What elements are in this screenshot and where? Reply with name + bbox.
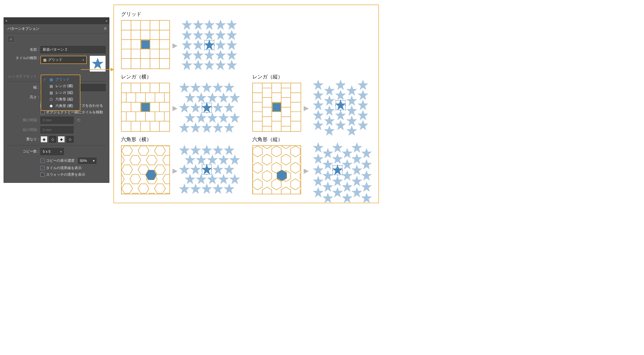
example-title-hex-h: 六角形（横） xyxy=(121,136,240,143)
svg-marker-89 xyxy=(201,164,212,174)
svg-marker-20 xyxy=(226,50,237,60)
svg-marker-55 xyxy=(313,120,324,130)
svg-marker-81 xyxy=(224,145,235,155)
svg-marker-44 xyxy=(218,113,229,123)
name-input[interactable]: 新規パターン 2 xyxy=(40,46,106,53)
tile-edit-tool-button[interactable]: ⤢ xyxy=(7,36,14,43)
svg-marker-53 xyxy=(313,100,324,110)
overlap-bottom-front-button[interactable]: ◇ xyxy=(66,136,74,143)
svg-marker-38 xyxy=(201,102,212,113)
svg-marker-64 xyxy=(335,110,346,120)
svg-marker-8 xyxy=(204,30,215,40)
brick-h-result xyxy=(181,82,240,133)
dropdown-item-label: 六角形 (横) xyxy=(55,104,73,108)
arrow-right-icon: ▶ xyxy=(172,104,179,110)
svg-marker-22 xyxy=(193,60,203,70)
dim-copies-percent-select[interactable]: 50%▾ xyxy=(78,158,96,164)
svg-marker-79 xyxy=(201,145,212,155)
svg-marker-19 xyxy=(215,50,226,60)
svg-marker-84 xyxy=(207,155,218,165)
svg-marker-47 xyxy=(190,122,201,133)
dropdown-item-brick-h[interactable]: ▤ レンガ (横) xyxy=(41,83,80,89)
svg-marker-101 xyxy=(224,184,235,194)
close-icon[interactable]: × xyxy=(5,19,7,23)
show-swatch-bounds-checkbox[interactable]: ✓ xyxy=(40,173,45,177)
svg-marker-102 xyxy=(277,170,287,181)
show-tile-edge-checkbox[interactable]: ✓ xyxy=(40,166,45,170)
dropdown-item-label: 六角形 (縦) xyxy=(55,97,73,102)
svg-marker-16 xyxy=(182,50,192,60)
brick-v-icon: ▥ xyxy=(49,91,53,95)
svg-marker-10 xyxy=(226,30,237,40)
dropdown-item-grid[interactable]: ✓ ▦ グリッド xyxy=(41,76,80,83)
svg-marker-62 xyxy=(335,90,346,100)
dropdown-item-label: グリッド xyxy=(55,77,70,82)
h-spacing-label: 横の間隔 : xyxy=(7,118,39,122)
v-spacing-input[interactable]: 0 mm xyxy=(40,126,74,133)
hex-h-diagram xyxy=(121,145,170,194)
brick-v-result xyxy=(312,82,371,133)
width-label: 幅 : xyxy=(7,85,39,90)
hex-h-result xyxy=(181,144,240,195)
dim-copies-checkbox[interactable]: ✓ xyxy=(40,159,45,163)
overlap-right-front-button[interactable]: ◇ xyxy=(49,136,56,143)
svg-marker-100 xyxy=(213,184,223,194)
svg-marker-54 xyxy=(313,110,324,120)
svg-marker-98 xyxy=(190,184,201,194)
move-tile-checkbox[interactable]: ✓ xyxy=(40,110,45,114)
height-label: 高さ : xyxy=(7,95,39,100)
svg-marker-82 xyxy=(185,155,195,165)
svg-marker-25 xyxy=(226,60,237,70)
svg-marker-128 xyxy=(361,148,372,158)
h-spacing-input[interactable]: 0 mm xyxy=(40,117,74,124)
tile-type-label: タイルの種類 : xyxy=(7,56,39,60)
collapse-icon[interactable]: « xyxy=(106,19,108,23)
link-icon[interactable]: ⟲ xyxy=(77,117,80,123)
svg-marker-13 xyxy=(204,40,215,50)
v-spacing-label: 縦の間隔 : xyxy=(7,128,39,132)
arrow-right-icon: ▶ xyxy=(172,167,179,173)
tile-type-select[interactable]: ▦ グリッド ▾ xyxy=(41,56,86,63)
svg-marker-63 xyxy=(335,100,346,110)
svg-marker-129 xyxy=(361,159,372,169)
svg-marker-91 xyxy=(224,164,235,174)
svg-marker-45 xyxy=(229,113,240,123)
name-label: 名前 : xyxy=(7,47,39,52)
brick-h-icon: ▤ xyxy=(49,84,53,88)
svg-marker-74 xyxy=(358,110,368,120)
svg-marker-29 xyxy=(213,82,223,92)
svg-marker-97 xyxy=(179,184,190,194)
svg-marker-36 xyxy=(179,102,190,113)
chevron-down-icon: ▾ xyxy=(93,159,95,163)
svg-marker-93 xyxy=(196,174,207,184)
svg-marker-23 xyxy=(204,60,215,70)
hex-v-diagram xyxy=(252,145,301,194)
svg-marker-73 xyxy=(358,100,368,110)
svg-marker-71 xyxy=(358,80,368,90)
panel-menu-icon[interactable]: ≡ xyxy=(101,26,109,31)
dropdown-item-hex-v[interactable]: ⬡ 六角形 (縦) xyxy=(41,96,80,103)
copies-select[interactable]: 5 x 5 ▾ xyxy=(40,148,64,155)
example-title-grid: グリッド xyxy=(121,11,240,18)
check-icon: ✓ xyxy=(43,77,47,81)
overlap-left-front-button[interactable]: ◆ xyxy=(40,136,48,143)
svg-marker-6 xyxy=(182,30,192,40)
dropdown-item-brick-v[interactable]: ▥ レンガ (縦) xyxy=(41,89,80,96)
svg-marker-78 xyxy=(190,145,201,155)
svg-marker-88 xyxy=(190,164,201,174)
svg-marker-28 xyxy=(201,82,212,92)
dropdown-item-hex-h[interactable]: ⬢ 六角形 (横) xyxy=(41,103,80,109)
svg-marker-9 xyxy=(215,30,226,40)
svg-marker-26 xyxy=(179,82,190,92)
overlap-top-front-button[interactable]: ◆ xyxy=(58,136,65,143)
svg-marker-48 xyxy=(201,122,212,133)
panel-titlebar[interactable]: × « xyxy=(4,18,109,24)
grid-result xyxy=(181,19,240,70)
svg-marker-37 xyxy=(190,102,201,113)
grid-diagram xyxy=(121,20,170,69)
svg-marker-17 xyxy=(193,50,203,60)
tab-pattern-options[interactable]: パターンオプション xyxy=(4,24,43,33)
hex-v-icon: ⬡ xyxy=(49,97,53,101)
svg-marker-33 xyxy=(207,92,218,102)
chevron-down-icon: ▾ xyxy=(83,59,84,61)
